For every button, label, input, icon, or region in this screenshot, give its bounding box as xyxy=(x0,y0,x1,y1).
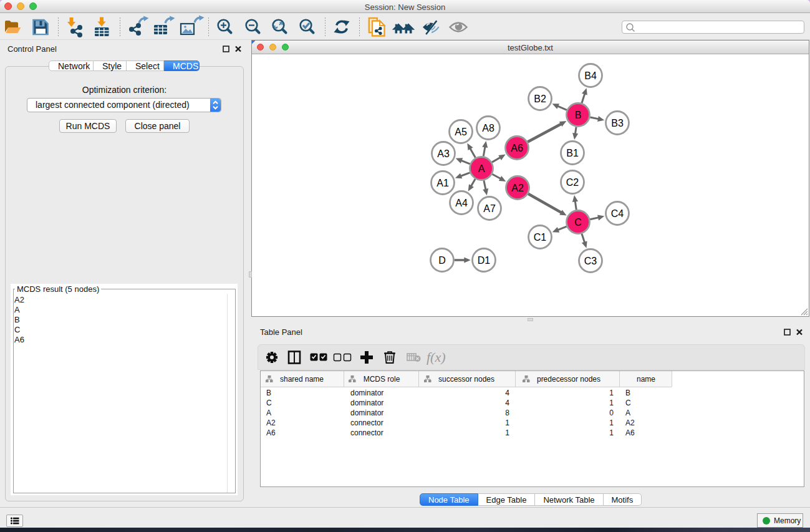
svg-text:B4: B4 xyxy=(584,70,597,81)
svg-text:C2: C2 xyxy=(566,177,579,188)
svg-text:A7: A7 xyxy=(483,203,496,214)
svg-text:connector: connector xyxy=(350,428,383,437)
svg-text:B3: B3 xyxy=(611,118,624,128)
svg-text:MCDS role: MCDS role xyxy=(364,375,400,384)
svg-text:C: C xyxy=(574,217,582,228)
svg-text:C4: C4 xyxy=(611,208,624,219)
svg-text:B1: B1 xyxy=(566,148,579,158)
svg-text:C: C xyxy=(625,399,631,407)
svg-text:1: 1 xyxy=(609,428,614,437)
svg-text:connector: connector xyxy=(350,418,383,427)
svg-text:predecessor nodes: predecessor nodes xyxy=(537,375,600,384)
svg-text:1: 1 xyxy=(505,428,509,437)
svg-text:dominator: dominator xyxy=(350,399,383,407)
svg-text:A8: A8 xyxy=(482,123,494,133)
svg-text:C3: C3 xyxy=(584,256,597,266)
svg-text:1: 1 xyxy=(609,399,614,407)
svg-text:A2: A2 xyxy=(511,183,524,193)
svg-text:successor nodes: successor nodes xyxy=(438,375,494,384)
svg-text:A2: A2 xyxy=(266,418,276,427)
svg-text:A2: A2 xyxy=(625,418,635,427)
svg-text:B2: B2 xyxy=(534,94,546,104)
svg-text:A4: A4 xyxy=(455,198,468,208)
svg-text:B: B xyxy=(625,389,630,397)
svg-text:A1: A1 xyxy=(436,178,449,188)
svg-text:D: D xyxy=(438,255,446,266)
svg-text:A6: A6 xyxy=(511,143,523,153)
svg-text:D1: D1 xyxy=(478,255,491,266)
svg-text:dominator: dominator xyxy=(350,389,383,397)
svg-text:A3: A3 xyxy=(437,148,450,159)
svg-text:0: 0 xyxy=(609,409,614,417)
svg-text:A6: A6 xyxy=(625,428,635,437)
svg-text:4: 4 xyxy=(505,399,509,407)
svg-text:C1: C1 xyxy=(534,232,547,243)
svg-text:A: A xyxy=(625,409,630,417)
svg-text:8: 8 xyxy=(505,409,509,417)
svg-text:shared name: shared name xyxy=(280,375,324,384)
svg-text:B: B xyxy=(266,389,271,397)
svg-text:1: 1 xyxy=(505,418,509,427)
svg-text:A: A xyxy=(478,163,485,174)
svg-text:f(x): f(x) xyxy=(427,349,446,365)
svg-text:A6: A6 xyxy=(266,428,276,437)
svg-text:4: 4 xyxy=(505,389,509,397)
svg-text:B: B xyxy=(575,110,582,120)
svg-text:A: A xyxy=(266,409,271,417)
svg-text:A5: A5 xyxy=(455,127,467,137)
svg-text:1: 1 xyxy=(609,389,614,397)
svg-text:name: name xyxy=(637,375,655,384)
svg-text:C: C xyxy=(266,399,272,407)
svg-text:1: 1 xyxy=(609,418,614,427)
svg-text:dominator: dominator xyxy=(350,409,383,417)
